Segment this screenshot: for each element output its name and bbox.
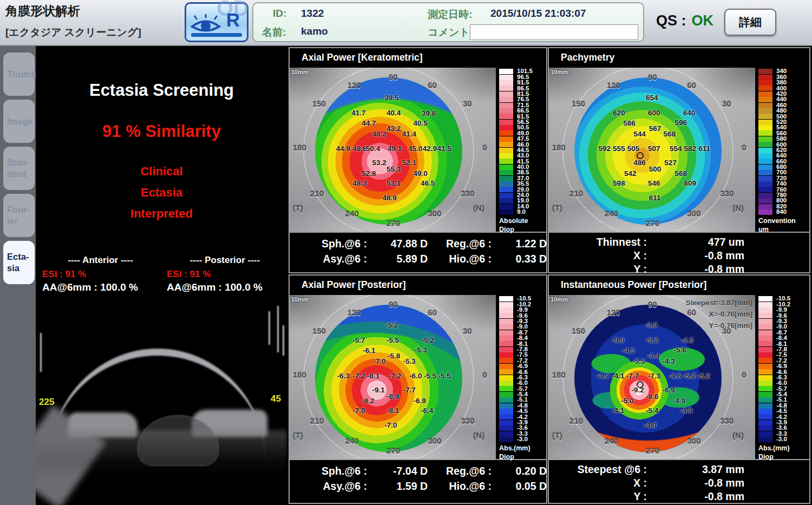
scale-swatch: [499, 431, 513, 437]
stat-label: X :: [633, 476, 647, 489]
scale-swatch: [499, 307, 513, 313]
map-value-label: 592: [598, 145, 611, 153]
map-value-label: -5.2: [646, 336, 658, 344]
app-title: 角膜形状解析: [5, 3, 80, 19]
scale-swatch: [758, 125, 772, 130]
scale-swatch: [499, 125, 513, 130]
classification-list: ClinicalEctasiaInterpreted: [36, 161, 287, 224]
map-value-label: -8.6: [646, 392, 658, 401]
stat-value: 0.33 D: [516, 253, 547, 265]
posterior-esi: ESI : 91 %: [167, 269, 283, 280]
scale-swatch: [758, 193, 772, 198]
stat-value: 0.05 D: [516, 480, 547, 493]
stat-value: 47.88 D: [391, 238, 428, 250]
sidebar-tab[interactable]: Image: [3, 100, 35, 143]
scale-swatch: [758, 108, 772, 114]
panel-axial-posterior: Axial Power [Posterior] 10mm 90120601503…: [289, 274, 547, 504]
scale-swatch: [758, 86, 772, 91]
sidebar-tab[interactable]: Thumb: [3, 53, 35, 96]
stat-label: Hio.@6 :: [449, 253, 492, 265]
panel-title: Instantaneous Power [Posterior]: [549, 276, 809, 295]
map-value-label: 41.5: [437, 145, 451, 153]
map-value-label: -6.4: [421, 406, 433, 415]
map-value-label: -7.0: [373, 357, 385, 365]
scale-row: -3.0: [499, 437, 545, 442]
stat-value: -0.8 mm: [704, 490, 744, 503]
scale-swatch: [499, 330, 513, 336]
map-value-label: -5.0: [621, 397, 633, 405]
scale-value: -3.0: [517, 436, 528, 443]
qs-value: OK: [692, 12, 714, 29]
map-value-label: 507: [648, 145, 660, 153]
map-value-label: 611: [698, 145, 710, 153]
scale-row: 9.0: [499, 209, 545, 215]
scale-swatch: [499, 148, 513, 153]
eye-icon: [190, 13, 221, 36]
stat-value: 477 um: [708, 235, 744, 248]
scale-swatch: [758, 176, 772, 181]
scale-swatch: [758, 181, 772, 187]
oct-bscan-image: 225 45: [36, 301, 287, 505]
scale-row: -3.0: [758, 437, 808, 442]
scale-swatch: [499, 352, 513, 358]
detail-button[interactable]: 詳細: [724, 9, 776, 36]
anterior-esi-block: ---- Anterior ---- ESI : 91 % AA@6mm : 1…: [42, 255, 159, 293]
map-value-label: 611: [649, 194, 661, 202]
map-value-label: 40.5: [414, 119, 428, 127]
scale-swatch: [499, 381, 513, 386]
sidebar-tab-label: Image: [7, 116, 33, 127]
scale-swatch: [499, 120, 513, 125]
eye-side-button[interactable]: OD R: [185, 2, 248, 42]
map-value-label: 554: [670, 145, 682, 153]
scale-swatch: [758, 153, 772, 159]
map-value-label: -5.5: [632, 357, 645, 365]
map-value-label: -8.1: [387, 406, 399, 415]
scale-swatch: [499, 142, 513, 147]
scale-swatch: [758, 420, 772, 425]
scale-swatch: [758, 302, 772, 307]
map-value-label: -4.9: [597, 372, 609, 380]
id-label: ID:: [273, 8, 286, 19]
map-value-label: 41.4: [402, 130, 416, 138]
similarity-value: 91 % Similarity: [36, 122, 287, 141]
map-value-label: -4.4: [647, 352, 659, 360]
map-value-label: -6.3: [337, 372, 350, 380]
map-size-label: 10mm: [551, 296, 568, 303]
sidebar-tab[interactable]: Ecta- sia: [3, 241, 35, 284]
scale-swatch: [758, 307, 772, 313]
color-scale: -10.5 -10.2 -9.9: [496, 295, 546, 459]
value-labels: 6546206006405865965675445685925555055075…: [549, 68, 755, 232]
scale-swatch: [758, 142, 772, 147]
map-value-label: -5.6: [674, 346, 686, 354]
map-value-label: -8.1: [367, 372, 379, 380]
sidebar-tab[interactable]: Stan- dard: [3, 147, 35, 190]
stat-value: 1.22 D: [516, 238, 547, 250]
panel-body: 10mm 9012060150301800210330240300270(T)(…: [549, 68, 809, 232]
scale-caption: Abs.(mm) Diop: [758, 444, 808, 462]
map-value-label: 43.2: [387, 124, 401, 133]
map-value-label: 48.2: [372, 130, 386, 138]
ectasia-screening-panel: Ectasia Screening 91 % Similarity Clinic…: [36, 46, 287, 505]
scale-swatch: [499, 187, 513, 192]
map-size-label: 10mm: [291, 69, 309, 75]
map-value-label: -5.5: [438, 372, 450, 380]
stat-value: 3.87 mm: [702, 463, 744, 476]
scale-swatch: [758, 296, 772, 301]
map-value-label: -7.2: [352, 372, 365, 380]
map-value-label: -8.9: [387, 392, 399, 401]
posterior-esi-block: ---- Posterior ---- ESI : 91 % AA@6mm : …: [167, 255, 283, 293]
header-bar: 角膜形状解析 [エクタジア スクリーニング] OD R ID: 1322 名前:…: [0, 0, 812, 46]
scale-swatch: [758, 324, 772, 330]
map-value-label: 486: [633, 159, 646, 167]
classification-line: Interpreted: [36, 203, 287, 224]
posterior-header: ---- Posterior ----: [167, 255, 283, 266]
scale-swatch: [758, 313, 772, 318]
panel-body: 10mm 9012060150301800210330240300270(T)(…: [290, 295, 546, 459]
scale-swatch: [758, 319, 772, 324]
stat-value: -0.8 mm: [704, 476, 744, 489]
scale-swatch: [758, 364, 772, 369]
map-value-label: 50.4: [366, 145, 380, 153]
map-value-label: -5.5: [424, 372, 436, 380]
sidebar-tab[interactable]: Four- ier: [3, 194, 35, 237]
comment-input[interactable]: [470, 24, 638, 40]
